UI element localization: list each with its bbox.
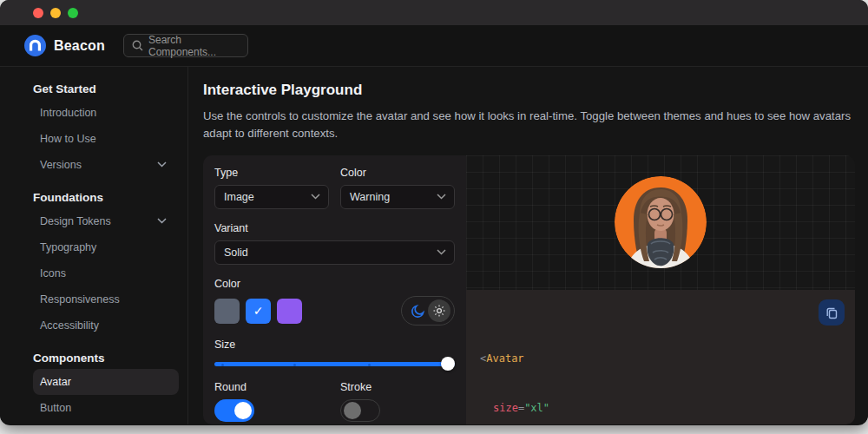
swatch-gray[interactable] — [214, 299, 240, 324]
titlebar — [0, 0, 868, 25]
round-label: Round — [214, 381, 329, 393]
variant-select[interactable]: Solid — [214, 240, 455, 265]
chevron-down-icon — [157, 218, 167, 224]
maximize-window-button[interactable] — [68, 8, 78, 18]
search-placeholder: Search Components... — [148, 34, 240, 58]
sidebar-item-versions[interactable]: Versions — [33, 152, 179, 178]
swatch-group-label: Color — [214, 278, 455, 290]
check-icon: ✓ — [253, 304, 264, 318]
minimize-window-button[interactable] — [50, 8, 61, 18]
toggle-knob — [234, 402, 252, 419]
app-window: Beacon Search Components... Get Started … — [0, 0, 868, 425]
controls-panel: Type Image Color Warning — [203, 155, 466, 424]
page-title: Interactive Playground — [203, 82, 855, 99]
type-select[interactable]: Image — [214, 185, 329, 209]
sidebar-section-foundations: Foundations — [33, 191, 179, 204]
code-snippet: <Avatar size="xl" type="image" color="wa… — [466, 290, 855, 424]
chevron-down-icon — [157, 161, 167, 168]
brand-name: Beacon — [54, 38, 105, 54]
copy-code-button[interactable] — [819, 299, 845, 326]
page-description: Use the controls to customize the avatar… — [203, 108, 855, 142]
sidebar-item-how-to-use[interactable]: How to Use — [33, 126, 179, 152]
sidebar-item-icons[interactable]: Icons — [33, 260, 179, 286]
sidebar-item-introduction[interactable]: Introduction — [33, 100, 179, 126]
chevron-down-icon — [437, 194, 446, 200]
moon-icon — [411, 303, 426, 319]
copy-icon — [825, 306, 838, 319]
search-icon — [132, 40, 143, 51]
sidebar-section-components: Components — [33, 352, 179, 365]
sidebar-item-accessibility[interactable]: Accessibility — [33, 312, 179, 339]
size-slider[interactable] — [214, 357, 455, 371]
sidebar-item-responsiveness[interactable]: Responsiveness — [33, 286, 179, 312]
traffic-lights — [33, 8, 78, 18]
app-header: Beacon Search Components... — [0, 25, 868, 67]
chevron-down-icon — [311, 194, 320, 200]
slider-thumb[interactable] — [441, 357, 455, 371]
color-select[interactable]: Warning — [340, 185, 455, 209]
avatar-female-illustration — [615, 176, 707, 268]
avatar-preview-area — [466, 155, 855, 290]
round-toggle[interactable] — [214, 399, 254, 422]
swatch-blue-selected[interactable]: ✓ — [246, 299, 271, 324]
sidebar-item-typography[interactable]: Typography — [33, 234, 179, 260]
sun-icon — [433, 305, 445, 317]
sidebar-item-button[interactable]: Button — [33, 395, 179, 421]
beacon-logo-icon — [24, 35, 46, 56]
swatch-purple[interactable] — [277, 299, 302, 324]
theme-toggle[interactable] — [401, 296, 455, 326]
sidebar: Get Started Introduction How to Use Vers… — [0, 67, 188, 424]
sidebar-item-design-tokens[interactable]: Design Tokens — [33, 208, 179, 234]
search-input[interactable]: Search Components... — [123, 34, 248, 57]
sidebar-section-get-started: Get Started — [33, 82, 179, 95]
stroke-label: Stroke — [340, 381, 455, 393]
sun-toggle-option[interactable] — [428, 299, 450, 322]
playground-card: Type Image Color Warning — [203, 155, 855, 424]
close-window-button[interactable] — [33, 8, 43, 18]
main-content: Interactive Playground Use the controls … — [188, 67, 868, 424]
stroke-toggle[interactable] — [340, 399, 380, 422]
slider-track[interactable] — [214, 362, 455, 366]
type-label: Type — [214, 167, 329, 179]
chevron-down-icon — [437, 249, 446, 255]
variant-label: Variant — [214, 222, 455, 234]
avatar-image — [615, 176, 707, 268]
sidebar-item-avatar[interactable]: Avatar — [33, 369, 179, 395]
toggle-knob — [344, 402, 361, 419]
color-select-label: Color — [340, 167, 455, 179]
size-label: Size — [214, 339, 455, 351]
